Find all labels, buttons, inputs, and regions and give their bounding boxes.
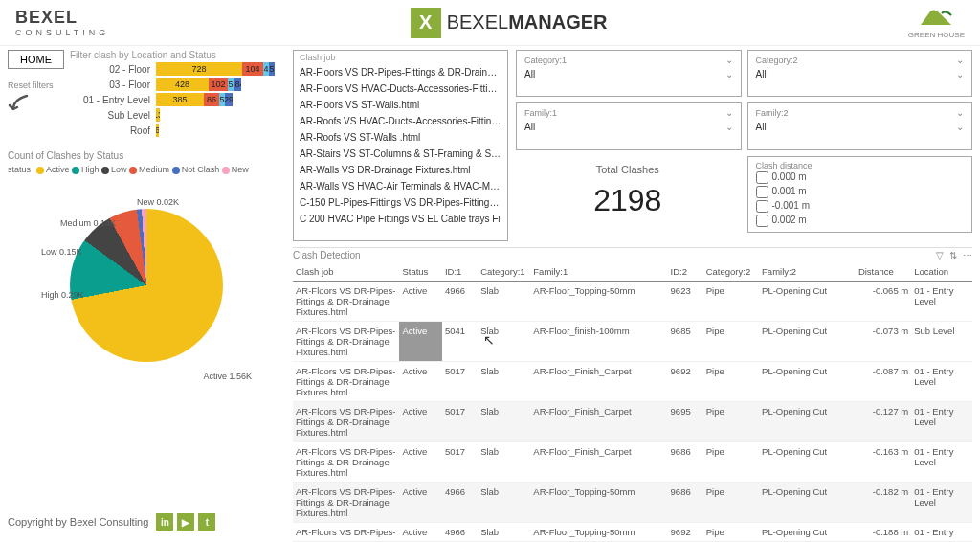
status-pie-chart[interactable]: Active 1.56K High 0.29K Low 0.15K Medium… [41,180,252,391]
clash-detection-table: Clash Detection ▽ ⇅ ⋯ Clash jobStatusID:… [293,247,972,542]
detection-title: Clash Detection [293,250,361,260]
table-header[interactable]: Distance [856,262,911,282]
logo-center: X BEXELMANAGER [411,8,608,38]
chevron-down-icon: ⌄ [725,107,733,118]
linkedin-icon[interactable]: in [156,513,173,531]
twitter-icon[interactable]: t [198,513,215,531]
legend-item[interactable]: High [72,165,100,174]
reset-filters-label: Reset filters [8,80,64,90]
table-row[interactable]: AR-Floors VS DR-Pipes-Fittings & DR-Drai… [293,282,972,322]
clash-job-item[interactable]: C-150 PL-Pipes-Fittings VS DR-Pipes-Fitt… [294,194,507,211]
legend-item[interactable]: Low [101,165,127,174]
table-header[interactable]: Location [911,262,972,282]
clash-job-item[interactable]: AR-Roofs VS ST-Walls .html [294,129,507,146]
filter-icon[interactable]: ▽ [936,250,944,260]
footer: Copyright by Bexel Consulting in ▶ t [8,508,285,531]
bar-row[interactable]: 01 - Entry Level38586529 [70,93,285,106]
legend-item[interactable]: Medium [129,165,169,174]
family1-filter[interactable]: Family:1⌄ All⌄ [516,102,742,149]
table-header[interactable]: Category:1 [478,262,530,282]
table-row[interactable]: AR-Floors VS DR-Pipes-Fittings & DR-Drai… [293,483,972,523]
clash-job-item[interactable]: AR-Roofs VS HVAC-Ducts-Accessories-Fitti… [294,113,507,129]
distance-option[interactable]: 0.002 m [756,214,965,228]
logo-center-light: BEXEL [447,11,508,33]
logo-left-main: BEXEL [15,8,109,28]
pie-graphic [70,209,223,362]
pie-label-medium: Medium 0.14K [60,218,116,228]
logo-right: GREEN HOUSE [908,6,965,39]
detection-grid[interactable]: Clash jobStatusID:1Category:1Family:1ID:… [293,262,972,542]
pie-title: Count of Clashes by Status [8,150,285,161]
chevron-down-icon: ⌄ [725,55,733,65]
logo-right-text: GREEN HOUSE [908,31,965,39]
clash-job-item[interactable]: AR-Floors VS ST-Walls.html [294,97,507,113]
total-clashes-card: Total Clashes 2198 [516,156,740,226]
location-bars: 02 - Floor7281044503 - Floor428102558401… [70,62,285,137]
distance-option[interactable]: 0.001 m [756,185,965,199]
clash-job-item[interactable]: C 200 HVAC Pipe Fittings VS EL Cable tra… [294,211,507,227]
clash-job-list[interactable]: Clash job AR-Floors VS DR-Pipes-Fittings… [293,50,508,241]
table-row[interactable]: AR-Floors VS DR-Pipes-Fittings & DR-Drai… [293,362,972,402]
table-header[interactable]: ID:1 [442,262,478,282]
table-header[interactable]: Category:2 [703,262,759,282]
logo-left-sub: CONSULTING [15,28,109,37]
table-row[interactable]: AR-Floors VS DR-Pipes-Fittings & DR-Drai… [293,322,972,362]
clash-distance-filter[interactable]: Clash distance 0.000 m0.001 m-0.001 m0.0… [747,156,973,233]
clash-job-item[interactable]: AR-Walls VS DR-Drainage Fixtures.html [294,162,507,178]
legend-item[interactable]: Active [36,165,70,174]
more-icon[interactable]: ⋯ [963,250,972,260]
pie-label-new: New 0.02K [137,197,179,207]
chevron-down-icon[interactable]: ⌄ [725,122,733,132]
table-row[interactable]: AR-Floors VS DR-Pipes-Fittings & DR-Drai… [293,442,972,483]
table-header[interactable]: Clash job [293,262,399,282]
clash-job-item[interactable]: AR-Stairs VS ST-Columns & ST-Framing & S… [294,146,507,162]
distance-option[interactable]: 0.000 m [756,170,965,185]
back-arrow-icon[interactable] [8,90,38,121]
bar-row[interactable]: Sub Level13 [70,108,285,122]
distance-label: Clash distance [756,161,965,170]
category1-filter[interactable]: Category:1⌄ All⌄ [516,50,742,97]
pie-label-low: Low 0.15K [41,247,82,257]
chevron-down-icon: ⌄ [956,55,964,65]
family2-filter[interactable]: Family:2⌄ All⌄ [747,102,973,149]
bexel-x-icon: X [411,8,441,38]
table-header[interactable]: Family:2 [759,262,856,282]
legend-item[interactable]: New [222,165,249,174]
sort-icon[interactable]: ⇅ [949,250,957,260]
youtube-icon[interactable]: ▶ [177,513,194,531]
clash-job-title: Clash job [294,51,507,64]
category2-filter[interactable]: Category:2⌄ All⌄ [747,50,973,97]
table-row[interactable]: AR-Floors VS DR-Pipes-Active4966SlabAR-F… [293,523,972,542]
status-legend: status Active High Low Medium Not Clash … [8,165,285,174]
table-header[interactable]: Status [399,262,442,282]
logo-left: BEXEL CONSULTING [15,8,109,37]
home-button[interactable]: HOME [8,50,64,69]
bar-row[interactable]: 03 - Floor4281025584 [70,78,285,91]
pie-label-high: High 0.29K [41,290,84,300]
greenhouse-icon [917,6,955,29]
clash-job-item[interactable]: AR-Floors VS HVAC-Ducts-Accessories-Fitt… [294,80,507,97]
total-value: 2198 [523,183,732,218]
total-label: Total Clashes [523,164,732,175]
copyright-text: Copyright by Bexel Consulting [8,516,148,528]
chevron-down-icon: ⌄ [956,107,964,118]
app-header: BEXEL CONSULTING X BEXELMANAGER GREEN HO… [0,0,980,46]
pie-label-active: Active 1.56K [203,372,252,381]
legend-label: status [8,165,31,174]
distance-option[interactable]: -0.001 m [756,199,965,214]
clash-job-item[interactable]: AR-Walls VS HVAC-Air Terminals & HVAC-Me… [294,178,507,194]
table-header[interactable]: ID:2 [668,262,703,282]
table-header[interactable]: Family:1 [530,262,667,282]
filter-title: Filter clash by Location and Status [70,50,285,60]
chevron-down-icon[interactable]: ⌄ [956,69,964,79]
bar-row[interactable]: Roof6 [70,124,285,137]
legend-item[interactable]: Not Clash [172,165,220,174]
chevron-down-icon[interactable]: ⌄ [725,69,733,79]
bar-row[interactable]: 02 - Floor72810445 [70,62,285,76]
logo-center-bold: MANAGER [508,11,607,33]
chevron-down-icon[interactable]: ⌄ [956,122,964,132]
table-row[interactable]: AR-Floors VS DR-Pipes-Fittings & DR-Drai… [293,402,972,442]
clash-job-item[interactable]: AR-Floors VS DR-Pipes-Fittings & DR-Drai… [294,64,507,80]
